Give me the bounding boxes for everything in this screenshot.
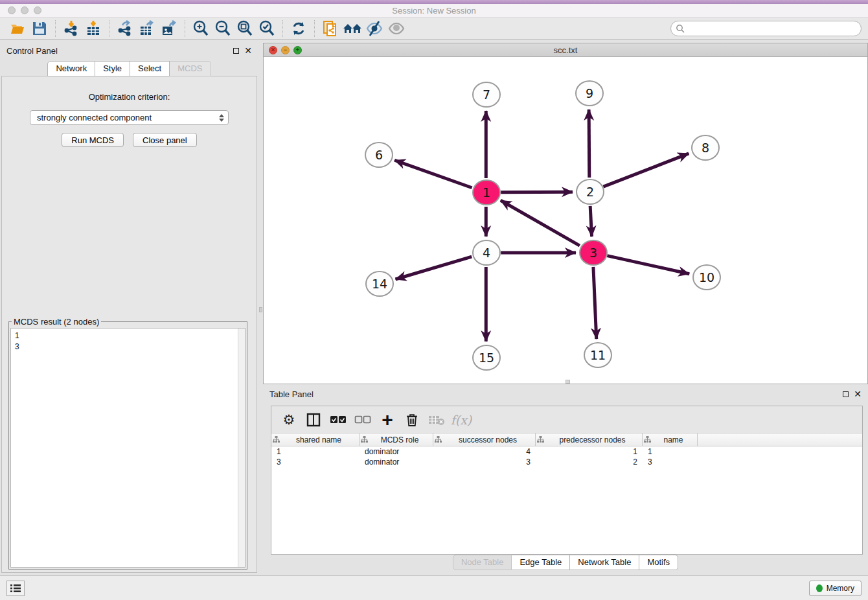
graph-node-15[interactable]: 15	[472, 345, 501, 371]
task-history-button[interactable]	[6, 581, 25, 596]
splitter-handle-icon[interactable]	[259, 307, 262, 312]
export-network-icon[interactable]	[114, 19, 136, 38]
app-window: Session: New Session	[0, 0, 868, 600]
column-header-shared-name[interactable]: shared name	[271, 433, 360, 446]
table-tabs: Node TableEdge TableNetwork TableMotifs	[263, 555, 868, 570]
table-cell[interactable]: 3	[433, 457, 536, 467]
network-maximize-button[interactable]: +	[293, 46, 302, 54]
table-cell[interactable]: 3	[271, 457, 360, 467]
graph-node-2[interactable]: 2	[576, 179, 604, 205]
open-session-icon[interactable]	[6, 19, 29, 38]
add-column-icon[interactable]: +	[376, 409, 398, 431]
graph-node-6[interactable]: 6	[365, 142, 393, 168]
table-panel: Table Panel ✕ ⚙	[263, 386, 868, 575]
table-cell[interactable]: 1	[271, 446, 360, 457]
run-mcds-button[interactable]: Run MCDS	[62, 133, 124, 147]
zoom-in-icon[interactable]	[190, 19, 212, 38]
tab-style[interactable]: Style	[95, 61, 130, 76]
column-header-MCDS-role[interactable]: MCDS role	[360, 433, 433, 446]
close-panel-icon[interactable]: ✕	[244, 46, 252, 55]
graph-edge-2-9[interactable]	[589, 110, 589, 178]
table-cell[interactable]: 1	[643, 446, 698, 457]
table-row[interactable]: 3dominator323	[271, 457, 862, 467]
network-canvas[interactable]: 7968124314101511	[264, 57, 867, 384]
import-table-icon[interactable]	[82, 19, 104, 38]
graph-node-3[interactable]: 3	[579, 240, 608, 266]
graph-node-9[interactable]: 9	[575, 80, 604, 106]
close-table-panel-icon[interactable]: ✕	[854, 389, 862, 398]
refresh-icon[interactable]	[288, 19, 310, 38]
export-image-icon[interactable]	[158, 19, 180, 38]
mcds-result-item: 1	[15, 330, 241, 341]
tab-motifs[interactable]: Motifs	[639, 555, 678, 570]
network-window-title: scc.txt	[264, 45, 867, 55]
table-cell[interactable]: 4	[433, 446, 536, 457]
tab-edge-table[interactable]: Edge Table	[512, 555, 570, 570]
zoom-fit-icon[interactable]	[234, 19, 256, 38]
network-close-button[interactable]: ✕	[269, 46, 277, 54]
mcds-result-fieldset: MCDS result (2 nodes) 13	[8, 317, 247, 570]
show-panel-icon[interactable]	[385, 19, 407, 38]
network-minimize-button[interactable]: −	[281, 46, 290, 54]
clone-network-icon[interactable]	[319, 19, 341, 38]
graph-edge-3-1[interactable]	[501, 200, 580, 246]
tab-network[interactable]: Network	[47, 61, 95, 76]
table-cell[interactable]: 1	[536, 446, 643, 457]
network-resize-handle[interactable]	[565, 380, 570, 384]
tab-mcds[interactable]: MCDS	[170, 61, 211, 76]
table-cell[interactable]: 3	[643, 457, 698, 467]
graph-edge-1-6[interactable]	[394, 160, 472, 187]
export-table-icon[interactable]	[136, 19, 158, 38]
graph-node-10[interactable]: 10	[692, 264, 721, 290]
save-session-icon[interactable]	[29, 19, 51, 38]
optimization-criterion-select[interactable]: strongly connected component	[30, 110, 229, 125]
delete-column-icon[interactable]	[401, 409, 423, 431]
result-scrollbar[interactable]	[238, 329, 245, 567]
control-panel: Control Panel ✕ NetworkStyleSelectMCDS O…	[0, 40, 258, 575]
home-layout-icon[interactable]	[341, 19, 363, 38]
graph-node-8[interactable]: 8	[691, 135, 720, 161]
data-type-icon	[644, 436, 651, 443]
column-view-icon[interactable]	[303, 409, 325, 431]
network-window-titlebar[interactable]: scc.txt ✕ − +	[264, 43, 867, 57]
table-body: 1dominator4113dominator323	[271, 446, 862, 554]
graph-node-1[interactable]: 1	[472, 179, 501, 205]
zoom-selected-icon[interactable]	[256, 19, 278, 38]
graph-edge-3-11[interactable]	[593, 267, 597, 339]
table-cell[interactable]: dominator	[360, 446, 433, 457]
graph-edge-1-2[interactable]	[501, 192, 573, 192]
graph-edge-2-3[interactable]	[590, 206, 591, 237]
panel-splitter[interactable]	[258, 40, 263, 575]
hide-panel-icon[interactable]	[363, 19, 385, 38]
close-panel-button[interactable]: Close panel	[133, 133, 197, 147]
table-cell[interactable]: dominator	[360, 457, 433, 467]
chevron-up-down-icon	[219, 114, 224, 122]
deselect-all-icon[interactable]	[352, 409, 374, 431]
tab-node-table[interactable]: Node Table	[453, 555, 512, 570]
graph-node-11[interactable]: 11	[584, 342, 612, 368]
column-header-predecessor-nodes[interactable]: predecessor nodes	[536, 433, 643, 446]
data-type-icon	[435, 436, 442, 443]
zoom-out-icon[interactable]	[212, 19, 234, 38]
graph-node-7[interactable]: 7	[472, 82, 501, 108]
column-header-successor-nodes[interactable]: successor nodes	[433, 433, 536, 446]
float-table-panel-icon[interactable]	[843, 391, 849, 397]
memory-button[interactable]: Memory	[809, 581, 862, 596]
select-all-icon[interactable]	[327, 409, 349, 431]
gear-icon[interactable]: ⚙	[278, 409, 300, 431]
import-network-icon[interactable]	[60, 19, 82, 38]
graph-edge-4-14[interactable]	[396, 257, 472, 279]
graph-edge-3-10[interactable]	[607, 256, 689, 274]
search-input[interactable]	[670, 21, 862, 36]
memory-status-icon	[816, 584, 823, 592]
table-row[interactable]: 1dominator411	[271, 446, 862, 457]
tab-select[interactable]: Select	[130, 61, 170, 76]
column-header-name[interactable]: name	[643, 433, 698, 446]
status-bar: Memory	[0, 575, 868, 600]
graph-node-4[interactable]: 4	[472, 240, 501, 266]
tab-network-table[interactable]: Network Table	[570, 555, 639, 570]
table-cell[interactable]: 2	[536, 457, 643, 467]
graph-node-14[interactable]: 14	[365, 271, 394, 297]
graph-edge-2-8[interactable]	[603, 154, 689, 187]
float-panel-icon[interactable]	[233, 48, 239, 54]
